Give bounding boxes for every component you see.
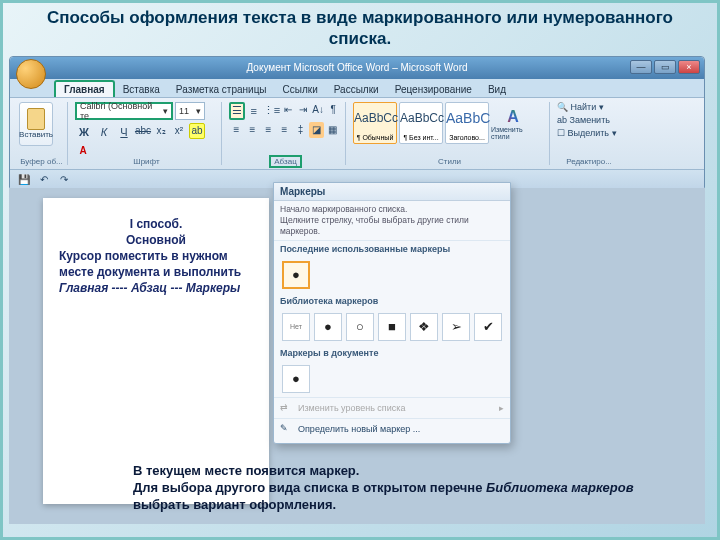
- show-marks-button[interactable]: ¶: [326, 102, 340, 118]
- style-no-spacing[interactable]: AaBbCcDc¶ Без инт...: [399, 102, 443, 144]
- change-level-item[interactable]: ⇄ Изменить уровень списка▸: [274, 397, 510, 418]
- outdent-button[interactable]: ⇤: [281, 102, 295, 118]
- tab-references[interactable]: Ссылки: [275, 82, 326, 97]
- tab-insert[interactable]: Вставка: [115, 82, 168, 97]
- marker-check[interactable]: ✔: [474, 313, 502, 341]
- group-editing-label: Редактиро...: [554, 157, 624, 166]
- line-spacing-button[interactable]: ‡: [293, 122, 308, 138]
- close-button[interactable]: ×: [678, 60, 700, 74]
- define-new-marker-item[interactable]: ✎ Определить новый маркер ...: [274, 418, 510, 439]
- bullets-dropdown: Маркеры Начало маркированного списка. Ще…: [273, 182, 511, 444]
- superscript-button[interactable]: x²: [171, 123, 187, 139]
- redo-icon[interactable]: ↷: [56, 171, 72, 187]
- bullets-button[interactable]: ☰: [229, 102, 245, 120]
- marker-recent-bullet[interactable]: ●: [282, 261, 310, 289]
- tab-review[interactable]: Рецензирование: [387, 82, 480, 97]
- clipboard-icon: [27, 108, 45, 130]
- group-paragraph-label: Абзац: [269, 155, 301, 168]
- paste-button[interactable]: Вставить: [19, 102, 53, 146]
- highlight-button[interactable]: ab: [189, 123, 205, 139]
- style-normal[interactable]: AaBbCcDc¶ Обычный: [353, 102, 397, 144]
- level-icon: ⇄: [280, 402, 292, 414]
- marker-square[interactable]: ■: [378, 313, 406, 341]
- dropdown-hint: Начало маркированного списка. Щелкните с…: [274, 201, 510, 241]
- office-button[interactable]: [16, 59, 46, 89]
- style-heading[interactable]: AaBbCЗаголово...: [445, 102, 489, 144]
- marker-disc[interactable]: ●: [314, 313, 342, 341]
- caption-text: В текущем месте появится маркер. Для выб…: [133, 463, 673, 514]
- marker-in-doc-bullet[interactable]: ●: [282, 365, 310, 393]
- change-styles-button[interactable]: AИзменить стили: [491, 102, 535, 146]
- align-right-button[interactable]: ≡: [261, 122, 276, 138]
- group-clipboard-label: Буфер об...: [16, 157, 67, 166]
- caption-line-2: Для выбора другого вида списка в открыто…: [133, 480, 673, 514]
- window-titlebar: Документ Microsoft Office Word – Microso…: [10, 57, 704, 79]
- method-body-2: Главная ---- Абзац --- Маркеры: [59, 281, 240, 295]
- minimize-button[interactable]: —: [630, 60, 652, 74]
- method-heading-2: Основной: [59, 232, 253, 248]
- caption-line-1: В текущем месте появится маркер.: [133, 463, 673, 480]
- replace-button[interactable]: ab Заменить: [557, 115, 619, 125]
- strike-button[interactable]: abc: [135, 123, 151, 139]
- tab-home[interactable]: Главная: [54, 80, 115, 97]
- method-heading-1: I способ.: [59, 216, 253, 232]
- save-icon[interactable]: 💾: [16, 171, 32, 187]
- select-button[interactable]: ☐ Выделить ▾: [557, 128, 619, 138]
- word-window: Документ Microsoft Office Word – Microso…: [9, 56, 705, 188]
- section-recent: Последние использованные маркеры: [274, 241, 510, 257]
- indent-button[interactable]: ⇥: [296, 102, 310, 118]
- tab-view[interactable]: Вид: [480, 82, 514, 97]
- marker-diamond4[interactable]: ❖: [410, 313, 438, 341]
- section-in-doc: Маркеры в документе: [274, 345, 510, 361]
- maximize-button[interactable]: ▭: [654, 60, 676, 74]
- underline-button[interactable]: Ч: [115, 123, 133, 141]
- tab-layout[interactable]: Разметка страницы: [168, 82, 275, 97]
- subscript-button[interactable]: x₂: [153, 123, 169, 139]
- italic-button[interactable]: К: [95, 123, 113, 141]
- ribbon-tabs: Главная Вставка Разметка страницы Ссылки…: [10, 79, 704, 97]
- marker-arrow[interactable]: ➢: [442, 313, 470, 341]
- sort-button[interactable]: A↓: [311, 102, 325, 118]
- align-left-button[interactable]: ≡: [229, 122, 244, 138]
- marker-none[interactable]: Нет: [282, 313, 310, 341]
- group-styles-label: Стили: [350, 157, 549, 166]
- marker-circle[interactable]: ○: [346, 313, 374, 341]
- section-library: Библиотека маркеров: [274, 293, 510, 309]
- dropdown-title: Маркеры: [274, 183, 510, 201]
- find-button[interactable]: 🔍 Найти ▾: [557, 102, 619, 112]
- align-center-button[interactable]: ≡: [245, 122, 260, 138]
- method-body-1: Курсор поместить в нужном месте документ…: [59, 248, 253, 280]
- group-font-label: Шрифт: [72, 157, 221, 166]
- slide-title: Способы оформления текста в виде маркиро…: [13, 7, 707, 50]
- undo-icon[interactable]: ↶: [36, 171, 52, 187]
- define-icon: ✎: [280, 423, 292, 435]
- justify-button[interactable]: ≡: [277, 122, 292, 138]
- ribbon: Вставить Буфер об... Calibri (Основной т…: [10, 97, 704, 169]
- document-area: I способ. Основной Курсор поместить в ну…: [9, 188, 705, 524]
- multilevel-button[interactable]: ⋮≡: [262, 102, 280, 120]
- bold-button[interactable]: Ж: [75, 123, 93, 141]
- paste-label: Вставить: [19, 130, 53, 139]
- document-page: I способ. Основной Курсор поместить в ну…: [43, 198, 269, 504]
- font-name-combo[interactable]: Calibri (Основной те▾: [75, 102, 173, 120]
- numbering-button[interactable]: ≡: [246, 102, 262, 120]
- borders-button[interactable]: ▦: [325, 122, 340, 138]
- window-title: Документ Microsoft Office Word – Microso…: [246, 62, 467, 73]
- font-size-combo[interactable]: 11▾: [175, 102, 205, 120]
- tab-mailings[interactable]: Рассылки: [326, 82, 387, 97]
- shading-button[interactable]: ◪: [309, 122, 324, 138]
